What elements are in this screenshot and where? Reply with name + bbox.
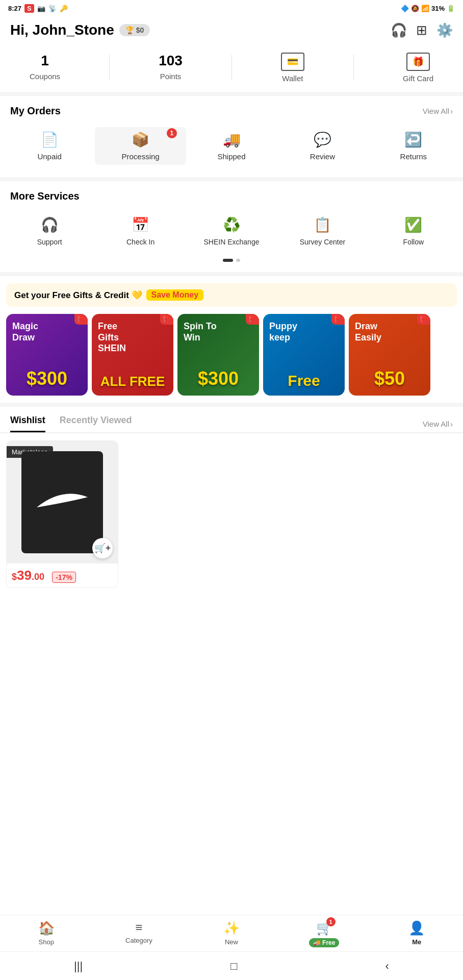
support-label: Support xyxy=(37,237,62,247)
draw-amount: $50 xyxy=(374,368,405,396)
new-label: New xyxy=(225,938,238,946)
orders-grid: 📄 Unpaid 📦 1 Processing 🚚 Shipped 💬 Revi… xyxy=(0,124,463,173)
category-label: Category xyxy=(125,937,152,944)
gift-card-item[interactable]: 🎁 Gift Card xyxy=(403,53,433,83)
product-grid: Marketplace 🛒+ $39.00 -17% xyxy=(0,440,463,588)
product-image: Marketplace 🛒+ xyxy=(7,441,118,564)
promo-card-magic-draw[interactable]: 🚩 MagicDraw $300 xyxy=(6,314,88,396)
price-value: $39.00 xyxy=(12,568,48,583)
nav-new[interactable]: ✨ New xyxy=(185,920,278,947)
nav-me[interactable]: 👤 Me xyxy=(370,920,463,947)
scan-icon[interactable]: ⊞ xyxy=(416,22,427,38)
tab-group: Wishlist Recently Viewed xyxy=(10,415,132,432)
promo-banner: Get your Free Gifts & Credit 💛 Save Mone… xyxy=(6,283,457,307)
follow-label: Follow xyxy=(403,237,424,247)
points-badge[interactable]: 🏆 $0 xyxy=(119,24,150,36)
bottom-nav: 🏠 Shop ≡ Category ✨ New 🛒 1 🚚 Free 👤 Me xyxy=(0,915,463,951)
my-orders-section: My Orders View All › 📄 Unpaid 📦 1 Proces… xyxy=(0,96,463,181)
promo-text: Get your Free Gifts & Credit 💛 xyxy=(14,290,142,301)
bluetooth-icon: 🔷 xyxy=(401,5,409,12)
coupons-item[interactable]: 1 Coupons xyxy=(30,53,60,81)
battery-icon: 🔋 xyxy=(447,5,455,12)
key-icon: 🔑 xyxy=(60,5,68,12)
spin-title: Spin ToWin xyxy=(184,321,217,343)
order-item-processing[interactable]: 📦 1 Processing xyxy=(95,127,186,165)
shein-exchange-icon: ♻️ xyxy=(223,216,241,233)
add-to-cart-button[interactable]: 🛒+ xyxy=(92,538,113,558)
promo-flag-5: 🚩 xyxy=(417,314,430,325)
back-button[interactable]: ‹ xyxy=(385,960,389,973)
survey-center-icon: 📋 xyxy=(314,216,331,233)
order-item-returns[interactable]: ↩️ Returns xyxy=(368,127,459,165)
camera-icon: 📷 xyxy=(37,5,45,12)
more-services-section: More Services 🎧 Support 📅 Check In ♻️ SH… xyxy=(0,181,463,276)
promo-card-draw[interactable]: 🚩 DrawEasily $50 xyxy=(349,314,430,396)
recent-apps-button[interactable]: ||| xyxy=(74,960,83,973)
service-shein-exchange[interactable]: ♻️ SHEIN Exchange xyxy=(186,212,277,251)
home-button[interactable]: □ xyxy=(230,960,237,973)
processing-badge: 1 xyxy=(167,128,177,138)
magic-draw-amount: $300 xyxy=(27,368,67,396)
carousel-dots xyxy=(0,256,463,268)
shop-label: Shop xyxy=(39,938,54,946)
services-grid: 🎧 Support 📅 Check In ♻️ SHEIN Exchange 📋… xyxy=(0,209,463,256)
shein-exchange-label: SHEIN Exchange xyxy=(204,237,260,247)
me-label: Me xyxy=(412,938,421,946)
nav-shop[interactable]: 🏠 Shop xyxy=(0,920,93,947)
checkin-icon: 📅 xyxy=(132,216,149,233)
points-item[interactable]: 103 Points xyxy=(159,53,183,81)
settings-icon[interactable]: ⚙️ xyxy=(436,22,453,38)
shipped-icon: 🚚 xyxy=(223,131,241,148)
price-dollar: $ xyxy=(12,572,17,582)
service-follow[interactable]: ✅ Follow xyxy=(368,212,459,251)
promo-card-free-gifts[interactable]: 🚩 FreeGiftsSHEIN ALL FREE xyxy=(92,314,173,396)
spin-amount: $300 xyxy=(198,368,239,396)
unpaid-icon: 📄 xyxy=(41,131,59,148)
status-time: 8:27 xyxy=(8,5,21,12)
headset-icon[interactable]: 🎧 xyxy=(391,22,407,38)
wishlist-view-all[interactable]: View All › xyxy=(423,420,453,428)
new-icon: ✨ xyxy=(223,920,240,936)
s-icon: S xyxy=(24,4,34,13)
service-survey-center[interactable]: 📋 Survey Center xyxy=(277,212,368,251)
wishlist-tabs: Wishlist Recently Viewed View All › xyxy=(0,415,463,433)
cart-count-badge: 1 xyxy=(326,917,336,926)
category-icon: ≡ xyxy=(135,920,142,935)
wallet-icon: 💳 xyxy=(281,53,304,71)
cart-badge-wrap: 🛒 1 xyxy=(316,920,332,936)
more-services-title: More Services xyxy=(10,190,80,202)
nav-cart[interactable]: 🛒 1 🚚 Free xyxy=(278,920,371,947)
unpaid-label: Unpaid xyxy=(37,152,62,161)
my-orders-header: My Orders View All › xyxy=(0,105,463,124)
order-item-shipped[interactable]: 🚚 Shipped xyxy=(186,127,277,165)
tab-recently-viewed[interactable]: Recently Viewed xyxy=(60,415,132,432)
dot-active xyxy=(223,259,233,262)
promo-flag-3: 🚩 xyxy=(246,314,259,325)
system-nav: ||| □ ‹ xyxy=(0,951,463,980)
nike-swoosh xyxy=(32,492,93,512)
wallet-item[interactable]: 💳 Wallet xyxy=(281,53,304,83)
status-right: 🔷 🔕 📶 31% 🔋 xyxy=(401,5,455,12)
product-image-inner xyxy=(21,451,103,553)
me-icon: 👤 xyxy=(408,920,425,936)
wifi-icon: 📶 xyxy=(421,5,429,12)
status-bar: 8:27 S 📷 📡 🔑 🔷 🔕 📶 31% 🔋 xyxy=(0,0,463,17)
tab-wishlist[interactable]: Wishlist xyxy=(10,415,45,432)
service-support[interactable]: 🎧 Support xyxy=(4,212,95,251)
mute-icon: 🔕 xyxy=(411,5,419,12)
order-item-review[interactable]: 💬 Review xyxy=(277,127,368,165)
promo-card-spin[interactable]: 🚩 Spin ToWin $300 xyxy=(177,314,259,396)
coupons-label: Coupons xyxy=(30,72,60,81)
returns-icon: ↩️ xyxy=(404,131,422,148)
orders-view-all[interactable]: View All › xyxy=(423,107,453,115)
promo-card-puppy[interactable]: 🚩 Puppykeep Free xyxy=(263,314,345,396)
promo-flag-4: 🚩 xyxy=(331,314,345,325)
puppy-title: Puppykeep xyxy=(269,321,297,343)
order-item-unpaid[interactable]: 📄 Unpaid xyxy=(4,127,95,165)
checkin-label: Check In xyxy=(126,237,155,247)
product-card-nike[interactable]: Marketplace 🛒+ $39.00 -17% xyxy=(6,440,118,588)
nav-category[interactable]: ≡ Category xyxy=(93,920,186,947)
service-checkin[interactable]: 📅 Check In xyxy=(95,212,186,251)
magic-draw-title: MagicDraw xyxy=(12,321,38,343)
header: Hi, John_Stone 🏆 $0 🎧 ⊞ ⚙️ xyxy=(0,17,463,46)
